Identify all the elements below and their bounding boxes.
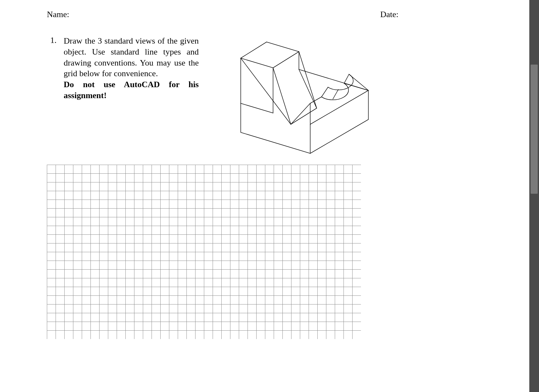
question-bold-line: Do not use AutoCAD for his assignment! (64, 80, 199, 100)
vertical-scrollbar[interactable] (529, 0, 539, 392)
name-label: Name: (47, 10, 69, 19)
question-number: 1. (47, 36, 57, 45)
isometric-drawing (221, 36, 373, 158)
page: Name: Date: 1. Draw the 3 standard views… (0, 0, 529, 392)
grid-container (47, 165, 482, 339)
date-label: Date: (380, 10, 398, 19)
question-body: Draw the 3 standard views of the given o… (64, 36, 199, 78)
content-row: 1. Draw the 3 standard views of the give… (47, 36, 482, 158)
question-text: Draw the 3 standard views of the given o… (64, 36, 199, 101)
scrollbar-thumb[interactable] (531, 65, 538, 194)
answer-grid (47, 165, 361, 339)
question-block: 1. Draw the 3 standard views of the give… (47, 36, 199, 101)
header-row: Name: Date: (47, 10, 482, 19)
